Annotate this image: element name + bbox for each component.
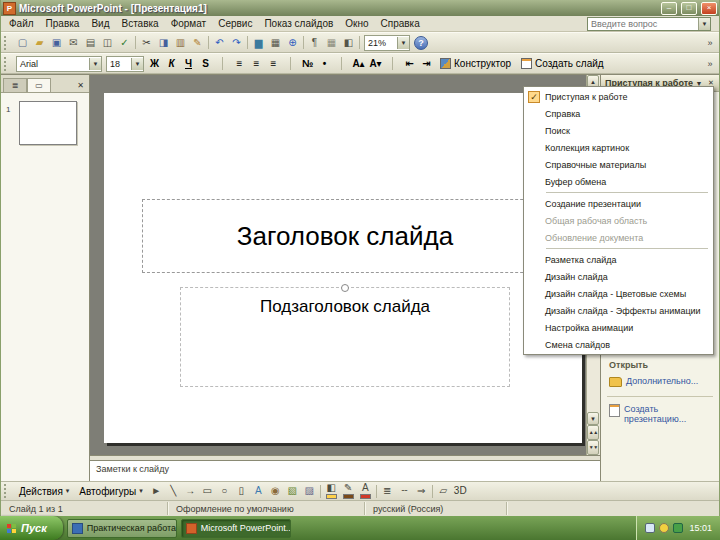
line-icon[interactable]: ╲: [165, 483, 182, 499]
format-button[interactable]: [384, 56, 401, 72]
chevron-down-icon[interactable]: ▼: [131, 58, 143, 70]
print-icon[interactable]: ▤: [82, 35, 99, 51]
bullets-button[interactable]: •: [316, 56, 333, 72]
wordart-icon[interactable]: A: [250, 483, 267, 499]
task-pane-menu-item[interactable]: Смена слайдов: [525, 336, 712, 353]
paste-icon[interactable]: ▥: [172, 35, 189, 51]
chevron-down-icon[interactable]: ▼: [89, 58, 101, 70]
increase-indent-button[interactable]: ⇥: [418, 56, 435, 72]
menu-insert[interactable]: Вставка: [115, 17, 164, 31]
tray-antivirus-icon[interactable]: [673, 523, 683, 533]
create-presentation-link[interactable]: Создать презентацию...: [609, 404, 715, 424]
rotate-handle[interactable]: [341, 284, 349, 292]
chevron-down-icon[interactable]: ▼: [698, 18, 710, 30]
taskbar-clock[interactable]: 15:01: [689, 523, 712, 533]
text-box-icon[interactable]: ▯: [233, 483, 250, 499]
title-placeholder[interactable]: Заголовок слайда: [142, 199, 548, 273]
format-button[interactable]: [333, 56, 350, 72]
slide-design-button[interactable]: Конструктор: [435, 56, 516, 72]
help-icon[interactable]: ?: [414, 36, 428, 50]
minimize-button[interactable]: –: [661, 2, 677, 15]
maximize-button[interactable]: □: [681, 2, 697, 15]
slide-canvas[interactable]: Заголовок слайда Подзаголовок слайда: [104, 93, 582, 443]
task-pane-menu-item[interactable]: Разметка слайда: [525, 251, 712, 268]
task-pane-menu-item[interactable]: Общая рабочая область: [525, 212, 712, 229]
close-button[interactable]: ×: [701, 2, 717, 15]
menu-window[interactable]: Окно: [339, 17, 374, 31]
task-pane-menu-item[interactable]: Поиск: [525, 122, 712, 139]
undo-icon[interactable]: ↶: [211, 35, 228, 51]
outline-tab[interactable]: ≣: [3, 78, 27, 92]
email-icon[interactable]: ✉: [65, 35, 82, 51]
font-name-combo[interactable]: Arial ▼: [16, 56, 102, 72]
fill-color-icon[interactable]: ◧: [323, 483, 340, 499]
start-button[interactable]: Пуск: [0, 516, 63, 540]
picture-icon[interactable]: ▨: [301, 483, 318, 499]
open-folder-icon[interactable]: ▰: [31, 35, 48, 51]
taskbar-app-button[interactable]: Microsoft PowerPoint...: [181, 519, 291, 538]
previous-slide-button[interactable]: [587, 425, 599, 440]
toolbar-options-button[interactable]: »: [703, 59, 717, 69]
slides-tab[interactable]: ▭: [27, 78, 51, 92]
insert-chart-icon[interactable]: ▆: [250, 35, 267, 51]
oval-icon[interactable]: ○: [216, 483, 233, 499]
task-pane-menu-item[interactable]: Справочные материалы: [525, 156, 712, 173]
task-pane-menu-item[interactable]: Справка: [525, 105, 712, 122]
text-shadow-button[interactable]: S: [197, 56, 214, 72]
autoshapes-dropdown[interactable]: Автофигуры: [74, 483, 147, 499]
new-file-icon[interactable]: ▢: [14, 35, 31, 51]
increase-font-button[interactable]: A▴: [350, 56, 367, 72]
slide-thumbnail[interactable]: [19, 101, 77, 145]
select-arrow-icon[interactable]: ►: [148, 483, 165, 499]
grid-icon[interactable]: ▦: [323, 35, 340, 51]
task-pane-menu-item[interactable]: Обновление документа: [525, 229, 712, 246]
more-presentations-link[interactable]: Дополнительно...: [609, 376, 715, 387]
task-pane-menu-item[interactable]: Коллекция картинок: [525, 139, 712, 156]
insert-hyperlink-icon[interactable]: ⊕: [284, 35, 301, 51]
zoom-combo[interactable]: 21% ▼: [364, 35, 410, 51]
clipart-icon[interactable]: ▧: [284, 483, 301, 499]
arrow-style-icon[interactable]: ⇒: [413, 483, 430, 499]
toolbar-grip[interactable]: [4, 57, 11, 71]
new-slide-button[interactable]: Создать слайд: [516, 56, 609, 72]
italic-button[interactable]: К: [163, 56, 180, 72]
show-formatting-icon[interactable]: ¶: [306, 35, 323, 51]
save-icon[interactable]: ▣: [48, 35, 65, 51]
format-painter-icon[interactable]: ✎: [189, 35, 206, 51]
color-grayscale-icon[interactable]: ◧: [340, 35, 357, 51]
shadow-style-icon[interactable]: ▱: [435, 483, 452, 499]
redo-icon[interactable]: ↷: [228, 35, 245, 51]
copy-icon[interactable]: ◨: [155, 35, 172, 51]
tray-volume-icon[interactable]: [659, 523, 669, 533]
arrow-icon[interactable]: →: [182, 483, 199, 499]
menu-slideshow[interactable]: Показ слайдов: [258, 17, 339, 31]
threed-style-icon[interactable]: 3D: [452, 483, 469, 499]
task-pane-menu-item[interactable]: Буфер обмена: [525, 173, 712, 190]
bold-button[interactable]: Ж: [146, 56, 163, 72]
print-preview-icon[interactable]: ◫: [99, 35, 116, 51]
font-size-combo[interactable]: 18 ▼: [106, 56, 144, 72]
font-color-icon[interactable]: А: [357, 483, 374, 499]
chevron-down-icon[interactable]: ▼: [397, 37, 409, 49]
menu-format[interactable]: Формат: [165, 17, 213, 31]
draw-actions-dropdown[interactable]: Действия: [14, 483, 74, 499]
question-input[interactable]: [588, 19, 698, 29]
cut-icon[interactable]: ✂: [138, 35, 155, 51]
status-design-name[interactable]: Оформление по умолчанию: [168, 502, 365, 515]
task-pane-menu-item[interactable]: Создание презентации: [525, 195, 712, 212]
format-button[interactable]: [214, 56, 231, 72]
align-center-button[interactable]: ≡: [248, 56, 265, 72]
spelling-icon[interactable]: ✓: [116, 35, 133, 51]
align-left-button[interactable]: ≡: [231, 56, 248, 72]
toolbar-options-button[interactable]: »: [703, 38, 717, 48]
menu-tools[interactable]: Сервис: [212, 17, 258, 31]
status-language[interactable]: русский (Россия): [365, 502, 507, 515]
underline-button[interactable]: Ч: [180, 56, 197, 72]
menu-file[interactable]: Файл: [3, 17, 40, 31]
tray-network-icon[interactable]: [645, 523, 655, 533]
menu-view[interactable]: Вид: [85, 17, 115, 31]
subtitle-placeholder[interactable]: Подзаголовок слайда: [180, 287, 510, 387]
ask-a-question-box[interactable]: ▼: [587, 17, 711, 31]
notes-pane[interactable]: Заметки к слайду: [90, 461, 600, 481]
menu-edit[interactable]: Правка: [40, 17, 86, 31]
